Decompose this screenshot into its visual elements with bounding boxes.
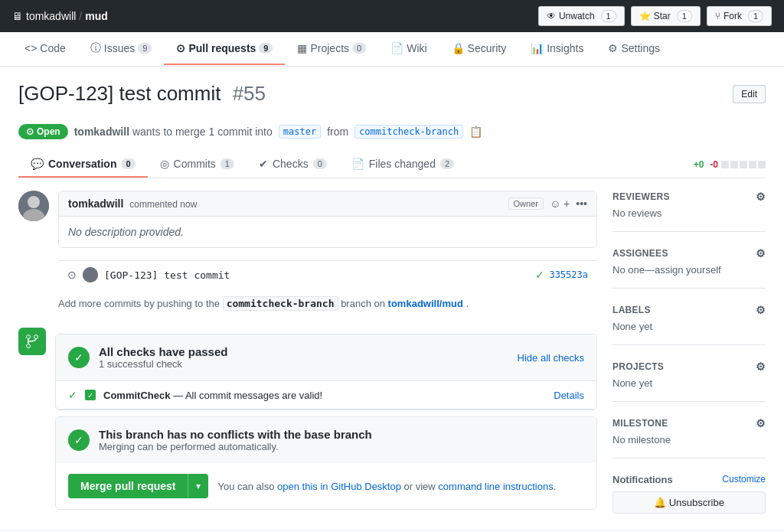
commit-avatar	[83, 267, 98, 282]
merge-action: Merge pull request ▾ You can also open t…	[56, 463, 596, 509]
fork-icon: ⑂	[715, 11, 720, 21]
settings-icon: ⚙	[608, 42, 618, 54]
owner-badge: Owner	[508, 197, 544, 210]
star-button[interactable]: ⭐ Star 1	[631, 6, 701, 26]
merge-pull-request-button[interactable]: Merge pull request	[68, 474, 188, 498]
merge-success-icon: ✓	[68, 429, 90, 451]
diff-additions: +0	[694, 159, 704, 170]
merge-title: This branch has no conflicts with the ba…	[99, 428, 584, 441]
nav-item-code[interactable]: <> Code	[12, 33, 78, 65]
issues-icon: ⓘ	[90, 41, 101, 55]
files-icon: 📄	[351, 158, 364, 170]
unwatch-label: Unwatch	[559, 11, 595, 21]
merge-section: ✓ This branch has no conflicts with the …	[55, 416, 597, 510]
diff-bar-2	[730, 161, 738, 168]
commit-message: [GOP-123] test commit	[104, 269, 230, 281]
comment-text: No description provided.	[68, 226, 587, 238]
checks-subtitle: 1 successful check	[99, 358, 227, 370]
labels-gear[interactable]: ⚙	[756, 304, 766, 316]
comment-body: No description provided.	[59, 217, 596, 247]
milestone-value: No milestone	[612, 434, 766, 446]
commit-check-icon: ⊙	[67, 269, 77, 281]
pr-meta: ⊙ Open tomkadwill wants to merge 1 commi…	[18, 124, 766, 139]
wiki-icon: 📄	[390, 42, 403, 54]
checks-title: All checks have passed	[99, 345, 227, 358]
unsubscribe-button[interactable]: 🔔 Unsubscribe	[612, 491, 766, 514]
nav-item-security[interactable]: 🔒 Security	[439, 33, 519, 65]
edit-label: Edit	[741, 89, 757, 100]
assignees-gear[interactable]: ⚙	[756, 247, 766, 259]
nav-item-projects[interactable]: ▦ Projects 0	[285, 33, 378, 65]
repo-owner-link[interactable]: tomkadwill	[26, 10, 76, 22]
avatar	[18, 191, 49, 221]
check-item-icon: ✓	[68, 389, 77, 401]
projects-badge: 0	[352, 43, 366, 54]
sidebar-projects: Projects ⚙ None yet	[612, 361, 766, 402]
diff-bar-5	[758, 161, 766, 168]
commit-sha-link[interactable]: 335523a	[549, 269, 588, 280]
repo-link[interactable]: tomkadwill/mud	[388, 298, 463, 309]
check-details-link[interactable]: Details	[554, 390, 584, 401]
check-checkbox: ✓	[85, 390, 96, 400]
sidebar-notifications: Notifications Customize 🔔 Unsubscribe	[612, 474, 766, 514]
unwatch-count: 1	[601, 10, 616, 22]
notifications-label: Notifications	[612, 474, 673, 485]
more-button[interactable]: •••	[576, 197, 587, 210]
nav-item-insights[interactable]: 📊 Insights	[518, 33, 596, 65]
merge-note: You can also open this in GitHub Desktop…	[217, 481, 556, 492]
top-bar-actions: 👁 Unwatch 1 ⭐ Star 1 ⑂ Fork 1	[538, 6, 772, 26]
milestone-gear[interactable]: ⚙	[756, 417, 766, 429]
checks-area: ✓ All checks have passed 1 successful ch…	[18, 328, 597, 510]
merge-dropdown-button[interactable]: ▾	[188, 474, 208, 498]
pr-badge: 9	[259, 43, 273, 54]
base-branch[interactable]: master	[279, 125, 321, 139]
star-count: 1	[677, 10, 692, 22]
repo-path: 🖥 tomkadwill / mud	[12, 10, 108, 22]
sidebar-labels: Labels ⚙ None yet	[612, 304, 766, 345]
diff-bar-4	[749, 161, 756, 168]
copy-icon[interactable]: 📋	[469, 126, 482, 138]
repo-name-link[interactable]: mud	[85, 10, 108, 22]
pr-tabs: 💬 Conversation 0 ◎ Commits 1 ✔ Checks 0 …	[18, 152, 766, 178]
svg-point-4	[27, 335, 31, 339]
edit-button[interactable]: Edit	[733, 85, 766, 103]
hide-checks-link[interactable]: Hide all checks	[518, 352, 584, 364]
tab-checks[interactable]: ✔ Checks 0	[247, 152, 339, 178]
customize-link[interactable]: Customize	[722, 474, 766, 485]
tab-conversation[interactable]: 💬 Conversation 0	[18, 152, 148, 178]
branch-name: commitcheck-branch	[223, 296, 338, 311]
path-separator: /	[79, 10, 82, 22]
tab-files-changed[interactable]: 📄 Files changed 2	[339, 152, 466, 178]
insights-icon: 📊	[531, 42, 544, 54]
reviewers-label: Reviewers	[612, 191, 670, 202]
conversation-count: 0	[121, 158, 135, 169]
comment-author[interactable]: tomkadwill	[68, 197, 123, 210]
nav-item-settings[interactable]: ⚙ Settings	[596, 33, 672, 65]
monitor-icon: 🖥	[12, 10, 23, 22]
labels-label: Labels	[612, 305, 651, 315]
nav-item-pull-requests[interactable]: ⊙ Pull requests 9	[164, 33, 285, 65]
emoji-button[interactable]: ☺ +	[550, 197, 570, 210]
security-icon: 🔒	[452, 42, 465, 54]
pr-sidebar: Reviewers ⚙ No reviews Assignees ⚙ No on…	[612, 191, 766, 514]
nav-item-issues[interactable]: ⓘ Issues 9	[78, 32, 165, 66]
diff-bar-1	[721, 161, 729, 168]
diff-deletions: -0	[710, 159, 718, 170]
head-branch[interactable]: commitcheck-branch	[354, 125, 463, 139]
pr-status-icon: ⊙	[26, 126, 34, 137]
open-desktop-link[interactable]: open this in GitHub Desktop	[277, 481, 401, 492]
projects-gear[interactable]: ⚙	[756, 361, 766, 373]
svg-point-6	[27, 344, 31, 348]
sidebar-assignees: Assignees ⚙ No one—assign yourself	[612, 247, 766, 289]
checks-success-icon: ✓	[68, 347, 90, 368]
tab-commits[interactable]: ◎ Commits 1	[148, 152, 247, 178]
unwatch-button[interactable]: 👁 Unwatch 1	[538, 6, 625, 26]
projects-value: None yet	[612, 377, 766, 389]
check-item-text: CommitCheck — All commit messages are va…	[103, 390, 322, 401]
checks-icon: ✔	[259, 158, 268, 170]
cmd-instructions-link[interactable]: command line instructions	[438, 481, 553, 492]
reviewers-gear[interactable]: ⚙	[756, 191, 766, 203]
nav-item-wiki[interactable]: 📄 Wiki	[378, 33, 439, 65]
svg-point-1	[28, 196, 40, 208]
fork-button[interactable]: ⑂ Fork 1	[707, 6, 772, 26]
